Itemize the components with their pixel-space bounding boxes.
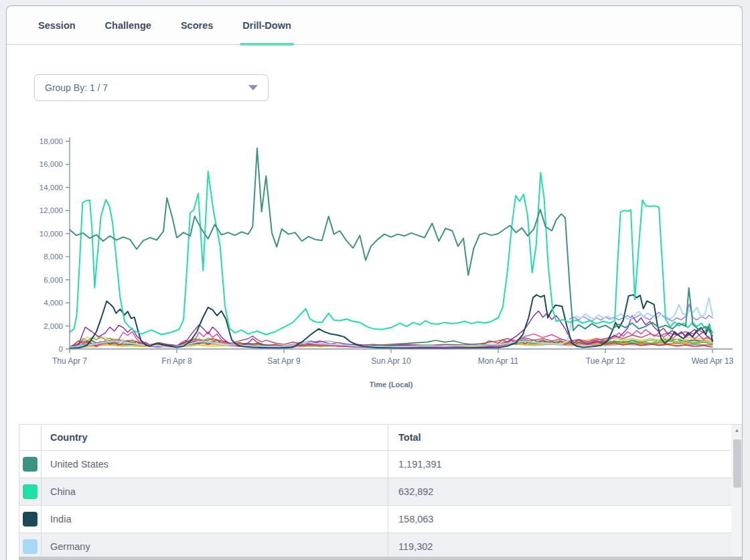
y-axis-tick-label: 0 [59, 345, 63, 353]
series-color-cell [19, 478, 42, 505]
x-axis-tick-label: Fri Apr 8 [161, 356, 192, 366]
table-vertical-scrollbar[interactable]: ▲ [731, 424, 743, 560]
x-axis-tick-label: Sat Apr 9 [267, 356, 301, 366]
total-cell: 158,063 [388, 506, 731, 533]
drilldown-panel: SessionChallengeScoresDrill-Down Group B… [6, 5, 743, 560]
table-horizontal-scrollbar[interactable] [19, 557, 743, 560]
header-cell-country: Country [42, 425, 388, 450]
series-color-cell [19, 506, 42, 533]
series-united-states [70, 148, 712, 336]
header-cell-total: Total [388, 425, 731, 450]
table-header: CountryTotal [19, 424, 731, 451]
group-by-dropdown[interactable]: Group By: 1 / 7 [34, 74, 269, 101]
x-axis-tick-label: Mon Apr 11 [478, 356, 519, 366]
scroll-up-arrow-icon: ▲ [735, 427, 740, 433]
series-color-swatch [23, 539, 38, 554]
y-axis-tick-label: 14,000 [40, 184, 63, 192]
country-totals-table: CountryTotal United States1,191,391China… [19, 424, 732, 560]
tab-drill-down[interactable]: Drill-Down [242, 6, 291, 44]
caret-down-icon [248, 85, 258, 90]
country-cell: India [42, 506, 388, 533]
y-axis-tick-label: 4,000 [44, 299, 63, 307]
tab-challenge[interactable]: Challenge [105, 6, 151, 44]
x-axis-tick-label: Tue Apr 12 [586, 356, 625, 366]
series-color-cell [19, 533, 42, 560]
tab-session[interactable]: Session [38, 6, 76, 44]
series-color-cell [19, 451, 42, 478]
y-axis-tick-label: 12,000 [40, 206, 63, 214]
x-axis-tick-label: Thu Apr 7 [52, 356, 87, 366]
y-axis-tick-label: 16,000 [40, 160, 63, 168]
country-cell: China [42, 478, 388, 505]
drilldown-chart: 02,0004,0006,0008,00010,00012,00014,0001… [7, 128, 743, 396]
x-axis-tick-label: Wed Apr 13 [692, 356, 734, 366]
group-by-label: Group By: 1 / 7 [45, 82, 108, 93]
page: { "tabs": { "items": [ {"label": "Sessio… [0, 0, 750, 560]
table-body: United States1,191,391China632,892India1… [19, 451, 731, 560]
x-axis-tick-label: Sun Apr 10 [371, 356, 411, 366]
total-cell: 632,892 [388, 478, 731, 505]
table-row: United States1,191,391 [19, 451, 731, 478]
tab-scores[interactable]: Scores [181, 6, 213, 44]
scrollbar-thumb[interactable] [733, 439, 741, 488]
total-cell: 119,302 [388, 533, 731, 560]
series-color-swatch [23, 512, 38, 527]
scroll-up-button[interactable]: ▲ [731, 425, 743, 436]
country-cell: Germany [42, 533, 388, 560]
series-color-swatch [23, 484, 38, 499]
y-axis-tick-label: 6,000 [44, 276, 63, 284]
x-axis-title: Time (Local) [370, 380, 413, 389]
y-axis-tick-label: 2,000 [44, 322, 63, 330]
tab-bar: SessionChallengeScoresDrill-Down [7, 6, 742, 45]
y-axis-tick-label: 8,000 [44, 253, 63, 261]
header-cell-swatch [19, 425, 42, 450]
country-cell: United States [42, 451, 388, 478]
y-axis-tick-label: 18,000 [40, 137, 63, 145]
series-color-swatch [23, 457, 38, 472]
total-cell: 1,191,391 [388, 451, 731, 478]
series-china [70, 171, 712, 335]
table-row: China632,892 [19, 478, 731, 506]
table-row: India158,063 [19, 506, 731, 533]
y-axis-tick-label: 10,000 [40, 230, 63, 238]
table-row: Germany119,302 [19, 533, 731, 560]
